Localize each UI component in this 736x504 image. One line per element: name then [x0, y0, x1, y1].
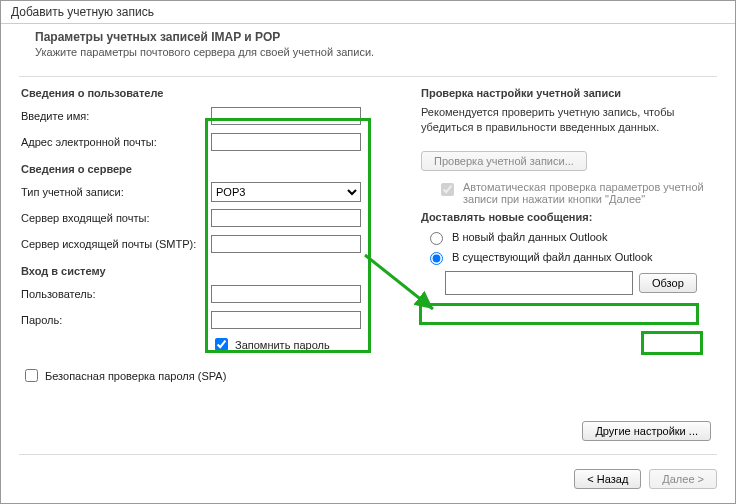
incoming-label: Сервер входящей почты: — [21, 212, 211, 224]
remember-label: Запомнить пароль — [235, 339, 330, 351]
page-title: Параметры учетных записей IMAP и POP — [35, 30, 719, 44]
outgoing-input[interactable] — [211, 235, 361, 253]
window-title: Добавить учетную запись — [1, 1, 735, 24]
test-account-button[interactable]: Проверка учетной записи... — [421, 151, 587, 171]
auto-test-checkbox — [441, 183, 454, 196]
add-account-window: Добавить учетную запись Параметры учетны… — [0, 0, 736, 504]
radio-existing-label: В существующий файл данных Outlook — [452, 251, 653, 263]
page-subtitle: Укажите параметры почтового сервера для … — [35, 46, 719, 58]
existing-file-path-input[interactable] — [445, 271, 633, 295]
outgoing-label: Сервер исходящей почты (SMTP): — [21, 238, 211, 250]
spa-checkbox[interactable] — [25, 369, 38, 382]
footer-divider — [19, 454, 717, 455]
remember-checkbox[interactable] — [215, 338, 228, 351]
user-section-head: Сведения о пользователе — [21, 87, 401, 99]
footer: < Назад Далее > — [574, 469, 717, 489]
radio-existing-file[interactable] — [430, 252, 443, 265]
account-type-select[interactable]: POP3 — [211, 182, 361, 202]
content: Сведения о пользователе Введите имя: Адр… — [1, 77, 735, 385]
next-button[interactable]: Далее > — [649, 469, 717, 489]
pass-input[interactable] — [211, 311, 361, 329]
more-settings-button[interactable]: Другие настройки ... — [582, 421, 711, 441]
radio-new-file[interactable] — [430, 232, 443, 245]
deliver-section-head: Доставлять новые сообщения: — [421, 211, 715, 223]
account-type-label: Тип учетной записи: — [21, 186, 211, 198]
left-column: Сведения о пользователе Введите имя: Адр… — [21, 77, 401, 385]
browse-button[interactable]: Обзор — [639, 273, 697, 293]
test-text: Рекомендуется проверить учетную запись, … — [421, 105, 715, 135]
name-label: Введите имя: — [21, 110, 211, 122]
right-column: Проверка настройки учетной записи Рекоме… — [421, 77, 715, 385]
login-section-head: Вход в систему — [21, 265, 401, 277]
pass-label: Пароль: — [21, 314, 211, 326]
email-input[interactable] — [211, 133, 361, 151]
spa-label: Безопасная проверка пароля (SPA) — [45, 370, 226, 382]
incoming-input[interactable] — [211, 209, 361, 227]
name-input[interactable] — [211, 107, 361, 125]
auto-test-label: Автоматическая проверка параметров учетн… — [463, 181, 715, 205]
user-input[interactable] — [211, 285, 361, 303]
back-button[interactable]: < Назад — [574, 469, 641, 489]
email-label: Адрес электронной почты: — [21, 136, 211, 148]
page-header: Параметры учетных записей IMAP и POP Ука… — [1, 24, 735, 68]
server-section-head: Сведения о сервере — [21, 163, 401, 175]
user-label: Пользователь: — [21, 288, 211, 300]
radio-new-label: В новый файл данных Outlook — [452, 231, 607, 243]
test-section-head: Проверка настройки учетной записи — [421, 87, 715, 99]
